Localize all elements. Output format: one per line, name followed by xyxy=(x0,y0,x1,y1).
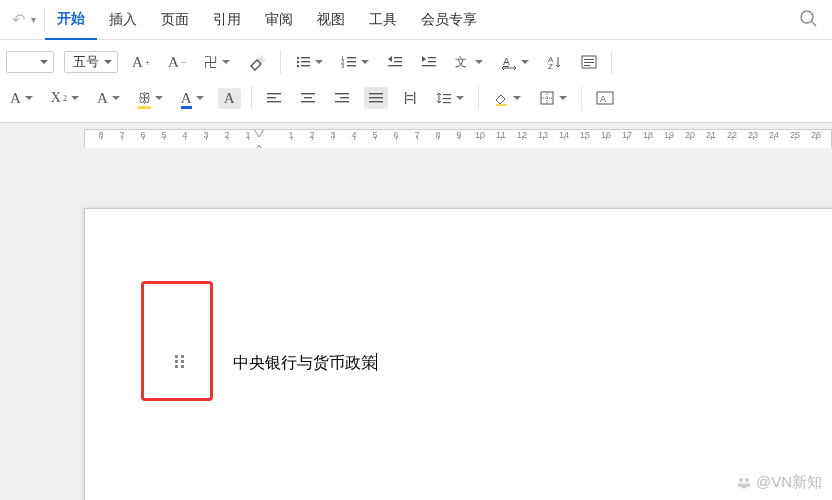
svg-point-2 xyxy=(297,57,299,59)
tab-tools[interactable]: 工具 xyxy=(357,0,409,40)
svg-rect-38 xyxy=(369,97,383,98)
svg-rect-43 xyxy=(407,99,413,100)
svg-rect-47 xyxy=(496,104,507,106)
superscript-button[interactable]: X2 xyxy=(47,87,83,109)
align-justify-button[interactable] xyxy=(364,87,388,109)
document-page[interactable]: 中央银行与货币政策 xyxy=(84,208,832,500)
tab-review[interactable]: 审阅 xyxy=(253,0,305,40)
svg-rect-31 xyxy=(301,93,315,94)
annotation-highlight-box xyxy=(141,281,213,401)
svg-point-54 xyxy=(745,478,749,482)
shading-color-button[interactable] xyxy=(489,87,525,109)
align-left-button[interactable] xyxy=(262,87,286,109)
font-color-button[interactable]: A xyxy=(177,87,208,110)
tab-view[interactable]: 视图 xyxy=(305,0,357,40)
char-spacing-button[interactable]: A̲ xyxy=(497,51,533,73)
svg-rect-25 xyxy=(584,59,594,60)
bullets-button[interactable] xyxy=(291,51,327,73)
eraser-button[interactable] xyxy=(244,50,270,74)
styles-button[interactable]: A xyxy=(592,86,618,110)
svg-line-1 xyxy=(812,22,816,26)
svg-point-6 xyxy=(297,65,299,67)
svg-rect-26 xyxy=(584,62,594,63)
svg-rect-36 xyxy=(335,101,349,102)
phonetic-guide-button[interactable]: ࿖ xyxy=(200,51,234,73)
font-style-button[interactable]: A xyxy=(93,87,124,110)
tab-member[interactable]: 会员专享 xyxy=(409,0,489,40)
document-body-text[interactable]: 中央银行与货币政策 xyxy=(233,353,377,374)
horizontal-ruler[interactable]: 8765432112345678910111213141516171819202… xyxy=(84,129,832,149)
font-family-select[interactable] xyxy=(6,51,54,73)
svg-rect-34 xyxy=(335,93,349,94)
align-center-button[interactable] xyxy=(296,87,320,109)
svg-rect-15 xyxy=(394,61,402,62)
borders-button[interactable] xyxy=(535,87,571,109)
svg-rect-40 xyxy=(405,92,406,104)
separator xyxy=(581,86,582,110)
font-size-select[interactable]: 五号 xyxy=(64,51,118,73)
highlight-button[interactable]: ꕥ xyxy=(134,87,167,110)
sort-button[interactable]: AZ xyxy=(543,51,567,73)
svg-rect-18 xyxy=(428,61,436,62)
svg-text:3: 3 xyxy=(341,63,345,69)
clear-format-button[interactable]: A xyxy=(6,87,37,110)
text-line-1: 中央银行与货币政策 xyxy=(233,354,377,371)
undo-dropdown-icon[interactable]: ▾ xyxy=(31,14,36,25)
align-right-button[interactable] xyxy=(330,87,354,109)
separator xyxy=(251,86,252,110)
document-workspace: 中央银行与货币政策 @VN新知 xyxy=(0,148,832,500)
svg-rect-32 xyxy=(304,97,312,98)
char-shading-button[interactable]: A xyxy=(218,88,241,109)
undo-icon[interactable]: ↶ xyxy=(12,10,25,29)
tab-start[interactable]: 开始 xyxy=(45,0,97,40)
menu-tabbar: ↶ ▾ 开始 插入 页面 引用 审阅 视图 工具 会员专享 xyxy=(0,0,832,40)
svg-rect-46 xyxy=(443,102,451,103)
svg-rect-45 xyxy=(443,98,451,99)
numbering-button[interactable]: 123 xyxy=(337,51,373,73)
svg-rect-29 xyxy=(267,97,276,98)
svg-text:A: A xyxy=(600,94,606,104)
svg-rect-42 xyxy=(407,95,413,96)
svg-rect-11 xyxy=(347,61,356,62)
tab-insert[interactable]: 插入 xyxy=(97,0,149,40)
separator xyxy=(478,86,479,110)
text-cursor xyxy=(376,353,377,371)
increase-font-button[interactable]: A+ xyxy=(128,51,154,74)
svg-rect-13 xyxy=(347,65,356,66)
text-direction-button[interactable]: 文 xyxy=(451,51,487,73)
svg-rect-28 xyxy=(267,93,281,94)
svg-point-0 xyxy=(801,11,813,23)
svg-rect-7 xyxy=(301,65,310,66)
svg-rect-33 xyxy=(301,101,315,102)
svg-rect-16 xyxy=(388,65,402,66)
svg-point-4 xyxy=(297,61,299,63)
svg-rect-27 xyxy=(584,65,590,66)
svg-rect-17 xyxy=(428,57,436,58)
ribbon-row-1: 五号 A+ A− ࿖ 123 文 A̲ AZ xyxy=(6,44,826,80)
distribute-button[interactable] xyxy=(398,87,422,109)
svg-text:文: 文 xyxy=(455,55,467,69)
search-icon[interactable] xyxy=(798,8,818,31)
svg-rect-9 xyxy=(347,57,356,58)
indent-button[interactable] xyxy=(417,51,441,73)
tab-page[interactable]: 页面 xyxy=(149,0,201,40)
decrease-font-button[interactable]: A− xyxy=(164,51,190,74)
separator xyxy=(280,50,281,74)
line-spacing-button[interactable] xyxy=(432,87,468,109)
svg-rect-41 xyxy=(414,92,415,104)
tab-ref[interactable]: 引用 xyxy=(201,0,253,40)
svg-rect-44 xyxy=(443,94,451,95)
svg-rect-3 xyxy=(301,57,310,58)
watermark-text: @VN新知 xyxy=(756,473,822,492)
svg-rect-5 xyxy=(301,61,310,62)
ribbon-row-2: A X2 A ꕥ A A A xyxy=(6,80,826,116)
ribbon: 五号 A+ A− ࿖ 123 文 A̲ AZ A X2 A ꕥ A A xyxy=(0,40,832,123)
outdent-button[interactable] xyxy=(383,51,407,73)
first-line-indent-marker[interactable] xyxy=(253,129,265,140)
svg-rect-19 xyxy=(422,65,436,66)
svg-text:A̲: A̲ xyxy=(503,56,510,67)
svg-rect-37 xyxy=(369,93,383,94)
svg-point-57 xyxy=(741,483,747,488)
toc-button[interactable] xyxy=(577,51,601,73)
paragraph-drag-handle-icon[interactable] xyxy=(173,353,189,369)
